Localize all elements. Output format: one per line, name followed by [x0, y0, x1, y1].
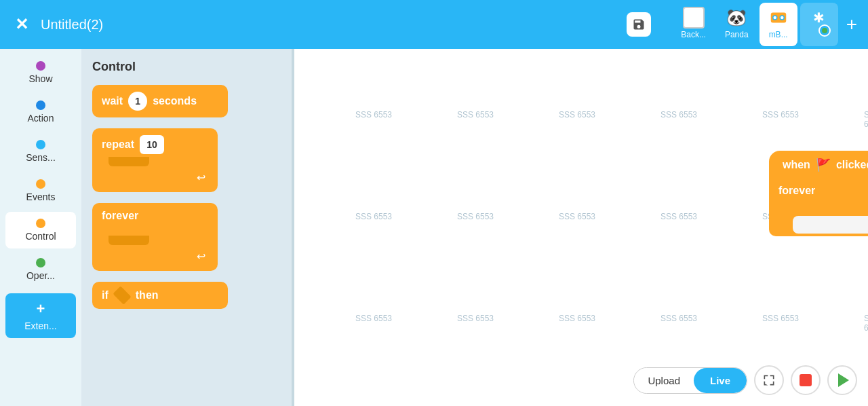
seconds-label: seconds: [153, 95, 197, 107]
tab-backdrop[interactable]: Back...: [673, 3, 714, 46]
forever-block-label: forever: [778, 185, 868, 197]
sidebar-extensions-label: Exten...: [24, 320, 56, 331]
sensors-dot: [36, 140, 45, 149]
watermark-2: SSS 6553: [457, 110, 494, 119]
canvas[interactable]: SSS 6553 SSS 6553 SSS 6553 SSS 6553 SSS …: [294, 49, 868, 406]
tab-mbot-label: mB...: [769, 30, 788, 39]
tab-mbot[interactable]: mB...: [760, 3, 797, 46]
backdrop-icon: [683, 7, 705, 29]
fit-screen-button[interactable]: [754, 365, 784, 395]
wait-value: 1: [128, 92, 147, 111]
forever-label: forever: [102, 210, 208, 222]
sidebar-item-control[interactable]: Control: [5, 212, 76, 248]
blocks-panel: Control wait 1 seconds repeat 10 ↩ forev…: [81, 49, 292, 406]
forever-arrow-icon: ↩: [197, 250, 205, 263]
block-repeat[interactable]: repeat 10 ↩: [92, 128, 218, 192]
watermark-9: SSS 6553: [457, 212, 494, 221]
watermark-19: SSS 6553: [762, 314, 799, 323]
main-layout: Show Action Sens... Events Control Oper.…: [0, 49, 868, 406]
mbot-icon: [768, 7, 789, 29]
sidebar-item-events[interactable]: Events: [5, 172, 76, 209]
sidebar-action-label: Action: [28, 113, 54, 124]
operators-dot: [36, 258, 45, 267]
sidebar-sensors-label: Sens...: [26, 152, 56, 163]
svg-point-3: [773, 16, 776, 20]
tab-bar: Back... 🐼 Panda mB... ✱: [673, 3, 837, 46]
action-dot: [36, 100, 45, 110]
page-title: Untitled(2): [41, 17, 618, 33]
watermark-17: SSS 6553: [559, 314, 595, 323]
watermark-20: SSS 6553: [864, 314, 868, 333]
control-dot: [36, 219, 45, 228]
watermark-4: SSS 6553: [660, 110, 697, 119]
tab-bluetooth[interactable]: ✱: [800, 3, 838, 46]
header: ✕ Untitled(2) Back... 🐼 Panda mB... ✱: [0, 0, 868, 49]
sidebar-item-operators[interactable]: Oper...: [5, 251, 76, 288]
run-icon: [838, 373, 849, 387]
upload-live-toggle: Upload Live: [633, 367, 747, 394]
sidebar-item-action[interactable]: Action: [5, 94, 76, 130]
forever-bottom: ↩: [102, 245, 208, 264]
live-button[interactable]: Live: [694, 368, 747, 393]
sidebar-item-show[interactable]: Show: [5, 54, 76, 91]
when-clicked-block[interactable]: when 🚩 clicked: [769, 151, 868, 179]
watermark-16: SSS 6553: [457, 314, 494, 323]
extensions-plus-icon: +: [37, 300, 45, 318]
watermark-10: SSS 6553: [559, 212, 595, 221]
canvas-forever-block[interactable]: forever ↩: [769, 179, 868, 236]
if-condition-slot: [113, 286, 131, 304]
watermark-5: SSS 6553: [762, 110, 799, 119]
tab-backdrop-label: Back...: [681, 30, 706, 39]
if-label: if: [102, 289, 108, 301]
forever-notch: [108, 236, 149, 245]
stop-icon: [800, 374, 812, 386]
block-if[interactable]: if then: [92, 282, 228, 309]
watermark-1: SSS 6553: [355, 110, 392, 119]
bottom-bar: Upload Live: [633, 365, 857, 395]
sidebar-item-extensions[interactable]: + Exten...: [5, 293, 76, 338]
upload-button[interactable]: Upload: [634, 368, 694, 393]
watermark-3: SSS 6553: [559, 110, 595, 119]
watermark-18: SSS 6553: [660, 314, 697, 323]
when-label: when: [783, 159, 810, 171]
panda-icon: 🐼: [726, 7, 747, 29]
blocks-panel-title: Control: [92, 60, 281, 74]
repeat-bottom: ↩: [102, 166, 208, 185]
block-forever[interactable]: forever ↩: [92, 203, 218, 271]
repeat-value: 10: [140, 135, 164, 154]
add-button[interactable]: +: [846, 14, 857, 35]
close-button[interactable]: ✕: [11, 14, 33, 35]
watermark-11: SSS 6553: [660, 212, 697, 221]
watermark-15: SSS 6553: [355, 314, 392, 323]
inner-block-slot: [793, 216, 868, 234]
sidebar-events-label: Events: [26, 191, 56, 202]
sidebar-show-label: Show: [28, 73, 52, 84]
show-dot: [36, 61, 45, 71]
events-dot: [36, 179, 45, 189]
watermark-6: SSS 6553: [864, 110, 868, 129]
when-clicked-block-group[interactable]: when 🚩 clicked forever ↩: [769, 151, 868, 236]
flag-icon: 🚩: [816, 158, 831, 172]
save-button[interactable]: [627, 12, 651, 37]
repeat-label: repeat: [102, 139, 134, 151]
block-wait[interactable]: wait 1 seconds: [92, 85, 228, 117]
repeat-arrow-icon: ↩: [197, 171, 205, 184]
repeat-notch: [108, 157, 149, 166]
stop-button[interactable]: [791, 365, 821, 395]
run-button[interactable]: [827, 365, 857, 395]
tab-panda-label: Panda: [725, 30, 749, 39]
sidebar: Show Action Sens... Events Control Oper.…: [0, 49, 81, 406]
clicked-label: clicked: [836, 159, 868, 171]
watermark-8: SSS 6553: [355, 212, 392, 221]
sidebar-item-sensors[interactable]: Sens...: [5, 133, 76, 170]
sidebar-operators-label: Oper...: [26, 270, 55, 281]
then-label: then: [136, 289, 159, 301]
sidebar-control-label: Control: [25, 231, 56, 242]
svg-point-4: [781, 16, 784, 20]
wait-label: wait: [102, 95, 123, 107]
tab-panda[interactable]: 🐼 Panda: [717, 3, 757, 46]
